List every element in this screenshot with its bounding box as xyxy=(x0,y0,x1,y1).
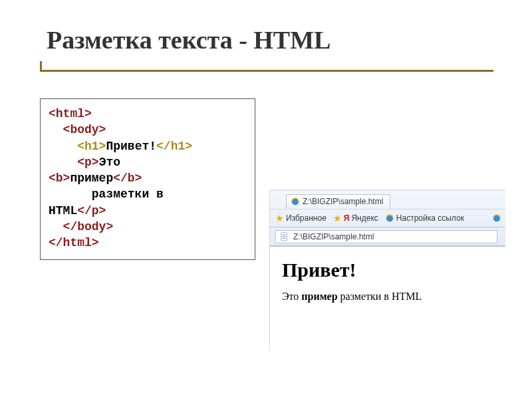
svg-rect-4 xyxy=(283,234,286,235)
svg-rect-6 xyxy=(283,237,286,238)
links-setup-label: Настройка ссылок xyxy=(396,213,464,223)
links-setup-link[interactable]: Настройка ссылок xyxy=(385,213,464,223)
ie-icon xyxy=(492,213,501,223)
browser-chrome: Z:\BIGZIP\sample.html ★ Избранное ★ Я Ян… xyxy=(270,190,505,247)
code-p-open: <p> xyxy=(77,156,98,169)
code-b-close: </b> xyxy=(113,172,142,185)
code-p-text-2: разметки в xyxy=(92,188,164,201)
page-icon xyxy=(280,232,289,241)
yandex-label: Яндекс xyxy=(351,213,378,223)
favorites-label: Избранное xyxy=(286,213,327,223)
code-p-text-1: Это xyxy=(99,156,120,169)
yandex-link[interactable]: ★ Я Яндекс xyxy=(333,213,378,223)
address-bar[interactable]: Z:\BIGZIP\sample.html xyxy=(275,230,497,243)
rendered-p-before: Это xyxy=(282,291,301,302)
code-html-open: <html> xyxy=(49,107,92,120)
code-body-open: <body> xyxy=(63,123,106,136)
code-p-close: </p> xyxy=(77,204,106,217)
browser-tab-row: Z:\BIGZIP\sample.html xyxy=(270,190,505,209)
browser-address-row: Z:\BIGZIP\sample.html xyxy=(270,227,505,246)
rendered-page: Привет! Это пример разметки в HTML xyxy=(270,247,505,309)
star-icon: ★ xyxy=(333,213,342,223)
rendered-p-bold: пример xyxy=(301,291,337,302)
rendered-p-after: разметки в HTML xyxy=(338,291,422,302)
browser-tab-label: Z:\BIGZIP\sample.html xyxy=(303,197,383,206)
code-body-close: </body> xyxy=(63,220,114,233)
ie-menu-button[interactable] xyxy=(492,213,501,223)
address-text: Z:\BIGZIP\sample.html xyxy=(293,232,374,241)
code-h1-text: Привет! xyxy=(106,140,156,153)
slide: Разметка текста - HTML <html> <body> <h1… xyxy=(0,0,532,399)
code-p-text-3: HTML xyxy=(49,204,77,217)
star-icon: ★ xyxy=(275,213,284,223)
code-b-open: <b> xyxy=(49,172,70,185)
ie-icon xyxy=(291,197,300,206)
rendered-paragraph: Это пример разметки в HTML xyxy=(282,291,493,303)
ie-icon xyxy=(385,213,394,223)
code-h1-close: </h1> xyxy=(156,140,192,153)
browser-favorites-row: ★ Избранное ★ Я Яндекс Настройка ссылок xyxy=(270,209,505,227)
slide-title: Разметка текста - HTML xyxy=(47,26,331,54)
slide-title-block: Разметка текста - HTML xyxy=(47,25,472,55)
browser-tab[interactable]: Z:\BIGZIP\sample.html xyxy=(286,194,390,208)
code-h1-open: <h1> xyxy=(77,140,106,153)
favorites-button[interactable]: ★ Избранное xyxy=(275,213,327,223)
code-html-close: </html> xyxy=(49,236,99,249)
code-b-text: пример xyxy=(70,172,113,185)
svg-rect-5 xyxy=(283,236,286,237)
rendered-heading: Привет! xyxy=(282,259,493,281)
code-box: <html> <body> <h1>Привет!</h1> <p>Это <b… xyxy=(40,98,255,260)
browser-preview: Z:\BIGZIP\sample.html ★ Избранное ★ Я Ян… xyxy=(269,190,505,351)
yandex-icon: Я xyxy=(344,213,350,223)
title-underline xyxy=(40,70,493,72)
